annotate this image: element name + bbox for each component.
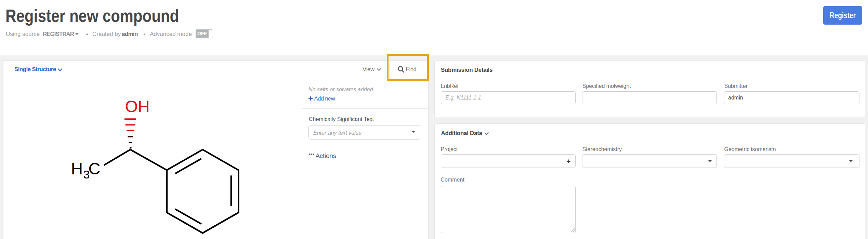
svg-text:OH: OH: [125, 97, 150, 116]
svg-text:C: C: [89, 160, 101, 178]
svg-text:H: H: [71, 160, 83, 178]
